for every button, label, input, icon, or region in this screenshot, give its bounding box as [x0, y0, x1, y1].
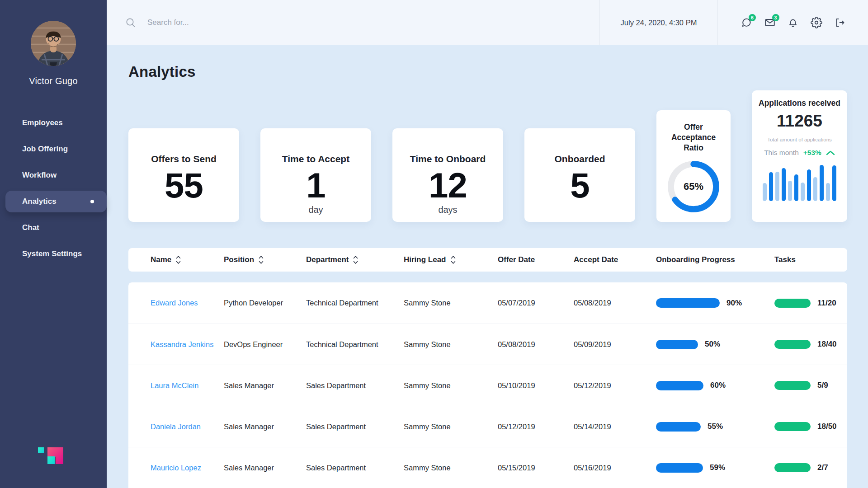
candidate-name-link[interactable]: Edward Jones [151, 299, 224, 307]
table-body: Edward JonesPython DeveloperTechnical De… [128, 282, 847, 488]
cell-accept-date: 05/08/2019 [574, 299, 656, 307]
cell-onboarding-progress: 60% [656, 381, 774, 390]
notification-badge: 3 [772, 14, 779, 21]
user-name: Victor Gugo [0, 76, 107, 86]
cell-accept-date: 05/14/2019 [574, 422, 656, 431]
delta-value: +53% [803, 149, 821, 157]
sidebar-item-job-offering[interactable]: Job Offering [0, 136, 107, 162]
chat-button[interactable]: 6 [741, 17, 752, 28]
column-header-label: Hiring Lead [404, 255, 446, 264]
cell-department: Sales Department [306, 381, 404, 390]
cell-offer-date: 05/15/2019 [498, 464, 574, 472]
sidebar-item-label: Analytics [22, 197, 57, 206]
sidebar-item-employees[interactable]: Employees [0, 110, 107, 136]
bar-chart-bar [794, 174, 798, 201]
acceptance-percent: 65% [668, 161, 719, 212]
tasks-count: 5/9 [817, 381, 828, 390]
bell-button[interactable] [787, 17, 799, 28]
stat-value: 55 [128, 167, 239, 204]
search-icon[interactable] [125, 17, 137, 28]
acceptance-donut-chart: 65% [668, 161, 719, 212]
table-row: Edward JonesPython DeveloperTechnical De… [128, 282, 847, 324]
cell-department: Technical Department [306, 340, 404, 349]
logo-square-teal [47, 456, 55, 464]
cell-accept-date: 05/16/2019 [574, 464, 656, 472]
sort-icon [353, 255, 358, 264]
table-header: NamePositionDepartmentHiring LeadOffer D… [128, 248, 847, 272]
cell-hiring-lead: Sammy Stone [404, 299, 498, 307]
search-input[interactable] [147, 18, 419, 27]
applications-subtitle: Total amount of applications [752, 137, 847, 142]
column-header-label: Accept Date [574, 255, 618, 264]
applications-month-row: This month +53% [752, 149, 847, 157]
mail-button[interactable]: 3 [764, 17, 776, 28]
gear-button[interactable] [811, 17, 822, 28]
sidebar-item-system-settings[interactable]: System Settings [0, 241, 107, 267]
candidate-name-link[interactable]: Laura McClein [151, 381, 224, 390]
stat-value: 12 [392, 167, 503, 204]
column-header-position[interactable]: Position [224, 255, 306, 264]
candidate-name-link[interactable]: Mauricio Lopez [151, 464, 224, 472]
stat-label: Time to Onboard [392, 154, 503, 164]
column-header-tasks: Tasks [774, 255, 847, 264]
bar-chart-bar [807, 169, 811, 201]
sidebar-nav: EmployeesJob OfferingWorkflowAnalyticsCh… [0, 110, 107, 267]
stat-label: Offers to Send [128, 154, 239, 164]
progress-percent: 50% [705, 340, 720, 349]
progress-bar [656, 298, 720, 308]
summary-cards-row: Offers to Send55Time to Accept1dayTime t… [128, 90, 847, 222]
bar-chart-bar [782, 168, 786, 201]
gear-icon [811, 17, 822, 28]
applications-card: Applications received 11265 Total amount… [752, 90, 847, 222]
stat-unit: day [260, 205, 371, 215]
progress-bar [656, 422, 701, 432]
stat-value: 1 [260, 167, 371, 204]
cell-position: Sales Manager [224, 422, 306, 431]
column-header-department[interactable]: Department [306, 255, 404, 264]
sidebar-item-analytics[interactable]: Analytics [0, 188, 107, 215]
cell-tasks: 2/7 [774, 463, 847, 472]
applications-bar-chart [763, 164, 837, 201]
avatar-image [31, 21, 76, 66]
cell-tasks: 5/9 [774, 381, 847, 390]
sidebar-item-chat[interactable]: Chat [0, 215, 107, 241]
candidate-name-link[interactable]: Daniela Jordan [151, 422, 224, 431]
page-title: Analytics [128, 63, 847, 80]
bar-chart-bar [813, 177, 817, 201]
sidebar-item-workflow[interactable]: Workflow [0, 162, 107, 188]
bar-chart-bar [763, 183, 767, 201]
logout-button[interactable] [834, 17, 845, 28]
cell-hiring-lead: Sammy Stone [404, 381, 498, 390]
bar-chart-bar [788, 181, 792, 201]
stat-unit: days [392, 205, 503, 215]
progress-bar [656, 381, 703, 390]
bar-chart-bar [820, 165, 824, 201]
cell-position: Sales Manager [224, 381, 306, 390]
cell-tasks: 18/40 [774, 340, 847, 349]
cell-hiring-lead: Sammy Stone [404, 422, 498, 431]
sidebar-item-label: Workflow [22, 171, 57, 180]
stat-card-onboarded: Onboarded5 [524, 128, 635, 222]
cell-hiring-lead: Sammy Stone [404, 340, 498, 349]
sidebar: Victor Gugo EmployeesJob OfferingWorkflo… [0, 0, 107, 488]
table-row: Daniela JordanSales ManagerSales Departm… [128, 406, 847, 447]
cell-tasks: 11/20 [774, 299, 847, 308]
notification-badge: 6 [749, 14, 756, 21]
column-header-label: Department [306, 255, 349, 264]
stat-card-time-to-accept: Time to Accept1day [260, 128, 371, 222]
chevron-up-icon [826, 150, 835, 155]
progress-bar [656, 340, 698, 349]
stat-value: 5 [524, 167, 635, 204]
progress-percent: 90% [726, 299, 742, 308]
column-header-hiring-lead[interactable]: Hiring Lead [404, 255, 498, 264]
cell-onboarding-progress: 90% [656, 298, 774, 308]
avatar [31, 21, 76, 66]
cell-position: DevOps Engineer [224, 340, 306, 349]
tasks-bar [774, 422, 811, 431]
period-label: This month [764, 149, 799, 157]
cell-accept-date: 05/12/2019 [574, 381, 656, 390]
candidate-name-link[interactable]: Kassandra Jenkins [151, 340, 224, 349]
tasks-count: 11/20 [817, 299, 836, 308]
datetime: July 24, 2020, 4:30 PM [599, 0, 718, 45]
column-header-name[interactable]: Name [151, 255, 224, 264]
